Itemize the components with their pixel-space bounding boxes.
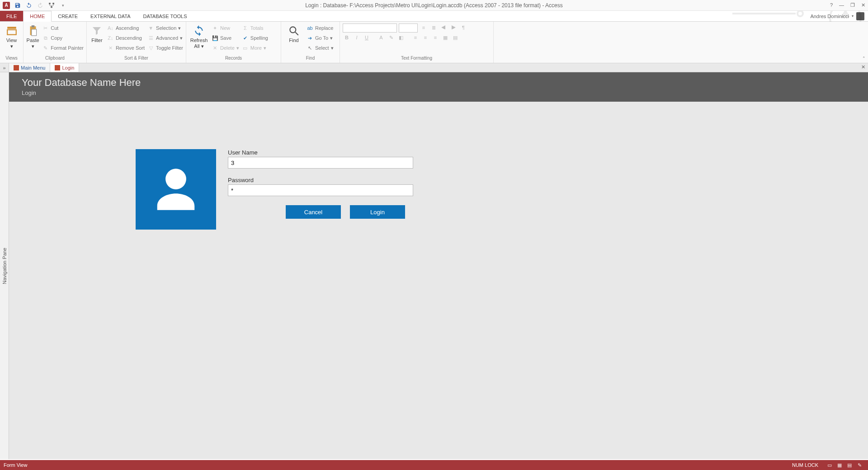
fill-color-icon[interactable]: ◧: [397, 33, 405, 42]
qat-customize-icon[interactable]: ▾: [59, 2, 66, 9]
copy-button[interactable]: ⧉Copy: [42, 33, 84, 42]
italic-icon[interactable]: I: [353, 33, 361, 42]
datasheet-view-icon[interactable]: ▦: [835, 461, 844, 469]
group-label-views: Views: [3, 56, 20, 63]
indent-inc-icon[interactable]: ⯈: [449, 24, 458, 32]
svg-rect-8: [7, 30, 16, 35]
indent-dec-icon[interactable]: ⯇: [439, 24, 448, 32]
new-record-button[interactable]: ✦New: [212, 24, 239, 33]
save-icon[interactable]: [14, 2, 21, 9]
workspace: Navigation Pane Your Database Name Here …: [0, 72, 868, 459]
doctab-login[interactable]: Login: [50, 63, 79, 72]
align-right-icon[interactable]: ≡: [431, 33, 439, 42]
doctab-main-menu[interactable]: Main Menu: [9, 63, 50, 72]
group-label-records: Records: [189, 56, 278, 63]
svg-rect-11: [31, 29, 36, 36]
navigation-pane-collapsed[interactable]: Navigation Pane: [0, 72, 9, 459]
layout-view-icon[interactable]: ▤: [844, 461, 854, 469]
tab-home[interactable]: HOME: [23, 11, 52, 22]
design-view-icon[interactable]: ✎: [854, 461, 864, 469]
ascending-button[interactable]: A↓Ascending: [107, 24, 145, 33]
restore-icon[interactable]: ❐: [850, 2, 855, 8]
tab-database-tools[interactable]: DATABASE TOOLS: [137, 11, 193, 21]
select-button[interactable]: ↖Select ▾: [307, 43, 334, 52]
tab-create[interactable]: CREATE: [52, 11, 84, 21]
filter-button[interactable]: Filter: [90, 23, 104, 43]
access-logo-icon: A: [3, 2, 10, 9]
refresh-all-button[interactable]: Refresh All ▾: [189, 23, 209, 49]
close-tab-icon[interactable]: ✕: [861, 64, 865, 70]
alt-row-icon[interactable]: ▤: [451, 33, 459, 42]
toggle-filter-button[interactable]: ▽Toggle Filter: [147, 43, 183, 52]
tab-external-data[interactable]: EXTERNAL DATA: [84, 11, 137, 21]
form-header: Your Database Name Here Login: [9, 72, 868, 102]
remove-sort-button[interactable]: ⨯Remove Sort: [107, 43, 145, 52]
username-input[interactable]: [228, 157, 413, 169]
form-view-icon[interactable]: ▭: [825, 461, 835, 469]
cut-icon: ✂: [42, 25, 49, 32]
form-icon: [14, 65, 19, 70]
replace-button[interactable]: abReplace: [307, 24, 334, 33]
new-icon: ✦: [212, 25, 218, 32]
bold-icon[interactable]: B: [343, 33, 351, 42]
totals-button[interactable]: ΣTotals: [242, 24, 268, 33]
paragraph-icon[interactable]: ¶: [459, 24, 467, 32]
ribbon-tabs: FILE HOME CREATE EXTERNAL DATA DATABASE …: [0, 11, 868, 22]
minimize-icon[interactable]: ―: [839, 2, 844, 8]
account-avatar-icon[interactable]: [856, 12, 864, 20]
spelling-icon: ✔: [242, 35, 249, 42]
tab-file[interactable]: FILE: [0, 11, 23, 21]
password-input[interactable]: [228, 184, 413, 196]
advanced-icon: ☰: [147, 35, 154, 42]
font-family-combo[interactable]: [343, 24, 397, 33]
bullets-icon[interactable]: ≡: [420, 24, 428, 32]
user-tile: [136, 149, 216, 230]
close-icon[interactable]: ✕: [861, 2, 865, 8]
refresh-icon: [193, 24, 205, 37]
group-label-sortfilter: Sort & Filter: [90, 56, 183, 63]
account-name[interactable]: Andres Dominicci: [810, 14, 849, 19]
format-painter-button[interactable]: ✎Format Painter: [42, 43, 84, 52]
highlight-icon[interactable]: ✎: [387, 33, 395, 42]
username-label: User Name: [228, 149, 413, 156]
paste-button[interactable]: Paste▾: [26, 23, 39, 49]
cut-button[interactable]: ✂Cut: [42, 24, 84, 33]
account-dropdown-icon[interactable]: ▾: [852, 14, 854, 18]
password-label: Password: [228, 177, 413, 183]
save-record-button[interactable]: 💾Save: [212, 33, 239, 42]
descending-button[interactable]: Z↓Descending: [107, 33, 145, 42]
form-area: Your Database Name Here Login User Name …: [9, 72, 868, 459]
align-left-icon[interactable]: ≡: [411, 33, 420, 42]
collapse-ribbon-icon[interactable]: ˄: [863, 56, 865, 62]
align-center-icon[interactable]: ≡: [421, 33, 429, 42]
delete-record-button[interactable]: ✕Delete ▾: [212, 43, 239, 52]
totals-icon: Σ: [242, 25, 249, 32]
login-button[interactable]: Login: [350, 205, 405, 219]
window-title: Login : Database- F:\Access Projects\Met…: [0, 2, 868, 9]
navigation-pane-label: Navigation Pane: [2, 248, 7, 284]
navpane-expand-icon[interactable]: »: [0, 63, 9, 72]
spelling-button[interactable]: ✔Spelling: [242, 33, 268, 42]
status-view-mode: Form View: [4, 462, 27, 468]
toggle-filter-icon: ▽: [147, 45, 154, 52]
font-color-icon[interactable]: A: [377, 33, 385, 42]
form-subtitle: Login: [22, 89, 855, 96]
undo-icon[interactable]: [25, 2, 33, 9]
more-button[interactable]: ▭More ▾: [242, 43, 268, 52]
cancel-button[interactable]: Cancel: [286, 205, 341, 219]
gridlines-icon[interactable]: ▦: [441, 33, 449, 42]
goto-button[interactable]: ➔Go To ▾: [307, 33, 334, 42]
selection-button[interactable]: ▼Selection ▾: [147, 24, 183, 33]
view-button[interactable]: View▾: [3, 23, 20, 49]
find-button[interactable]: Find: [284, 23, 304, 43]
title-bar: A ▾ Login : Database- F:\Access Projects…: [0, 0, 868, 11]
relationship-icon[interactable]: [48, 2, 55, 9]
help-icon[interactable]: ?: [830, 2, 833, 8]
advanced-button[interactable]: ☰Advanced ▾: [147, 33, 183, 42]
group-label-textfmt: Text Formatting: [343, 56, 491, 63]
numbering-icon[interactable]: ≣: [429, 24, 438, 32]
redo-icon[interactable]: [37, 2, 44, 9]
font-size-combo[interactable]: [399, 24, 418, 33]
copy-icon: ⧉: [42, 35, 49, 42]
underline-icon[interactable]: U: [363, 33, 371, 42]
